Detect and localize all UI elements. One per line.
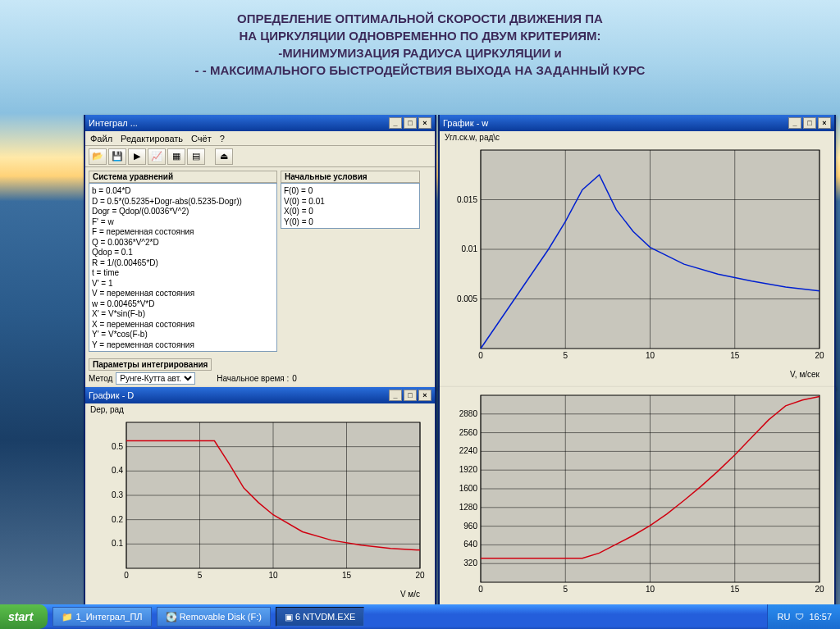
chart-r-window[interactable]: 0510152032064096012801600192022402560288… xyxy=(438,387,836,607)
t0-label: Начальное время : xyxy=(199,374,289,383)
svg-text:0: 0 xyxy=(124,571,129,580)
heading-line-4: - - МАКСИМАЛЬНОГО БЫСТРОДЕЙСТВИЯ ВЫХОДА … xyxy=(0,62,840,79)
svg-text:960: 960 xyxy=(463,522,477,531)
svg-text:2880: 2880 xyxy=(459,409,478,418)
svg-text:0.005: 0.005 xyxy=(457,294,477,303)
taskbar-item[interactable]: ▣ 6 NTVDM.EXE xyxy=(276,607,364,627)
svg-text:5: 5 xyxy=(563,351,568,360)
system-tray[interactable]: RU 🛡 16:57 xyxy=(767,604,840,629)
svg-text:15: 15 xyxy=(730,585,740,594)
chart-d-title: График - D xyxy=(89,390,387,400)
chart-w-xlabel: V, м/сек xyxy=(440,370,834,379)
tool-open-icon[interactable]: 📂 xyxy=(89,148,107,165)
task-icon: 💽 xyxy=(166,612,177,622)
svg-text:10: 10 xyxy=(268,571,278,580)
task-label: 6 NTVDM.EXE xyxy=(295,612,355,622)
chart-d-plot: 051015200.10.20.30.40.5 xyxy=(92,417,428,588)
initial-cond-textbox[interactable]: F(0) = 0 V(0) = 0.01 X(0) = 0 Y(0) = 0 xyxy=(281,183,420,229)
close-button[interactable]: × xyxy=(818,117,831,129)
taskbar-item[interactable]: 💽 Removable Disk (F:) xyxy=(157,607,271,627)
equation-area: Система уравнений b = 0.04*D D = 0.5*(0.… xyxy=(85,167,435,355)
maximize-button[interactable]: □ xyxy=(803,117,816,129)
equations-label: Система уравнений xyxy=(89,171,277,183)
tool-save-icon[interactable]: 💾 xyxy=(108,148,126,165)
chart-d-ylabel: Dер, рад xyxy=(85,403,435,416)
tool-exit-icon[interactable]: ⏏ xyxy=(215,148,233,165)
chart-w-window[interactable]: График - w _ □ × Угл.ск.w, рад\с 0510152… xyxy=(438,115,836,390)
svg-text:20: 20 xyxy=(815,351,824,360)
menu-calc[interactable]: Счёт xyxy=(191,134,212,144)
svg-text:10: 10 xyxy=(646,351,655,360)
svg-text:20: 20 xyxy=(815,585,824,594)
clock: 16:57 xyxy=(809,612,832,622)
taskbar-item[interactable]: 📁 1_Интеграл_ПЛ xyxy=(52,607,151,627)
chart-w-title: График - w xyxy=(443,118,787,128)
start-button[interactable]: start xyxy=(0,604,48,629)
method-label: Метод xyxy=(89,374,112,383)
integral-titlebar[interactable]: Интеграл ... _ □ × xyxy=(85,115,435,131)
maximize-button[interactable]: □ xyxy=(404,390,417,401)
svg-text:5: 5 xyxy=(198,571,203,580)
minimize-button[interactable]: _ xyxy=(788,117,801,129)
start-label: start xyxy=(8,610,33,623)
chart-w-plot: 051015200.0050.010.015 xyxy=(446,145,828,368)
svg-text:2240: 2240 xyxy=(459,446,478,455)
svg-text:0.01: 0.01 xyxy=(462,244,478,253)
menu-file[interactable]: Файл xyxy=(90,134,112,144)
menu-bar: Файл Редактировать Счёт ? xyxy=(85,131,435,146)
heading-line-2: НА ЦИРКУЛЯЦИИ ОДНОВРЕМЕННО ПО ДВУМ КРИТЕ… xyxy=(0,27,840,44)
svg-text:0.4: 0.4 xyxy=(112,466,123,475)
svg-text:0: 0 xyxy=(478,351,483,360)
task-label: 1_Интеграл_ПЛ xyxy=(75,612,142,622)
chart-r-plot: 0510152032064096012801600192022402560288… xyxy=(446,390,828,602)
svg-text:20: 20 xyxy=(415,571,425,580)
equations-textbox[interactable]: b = 0.04*D D = 0.5*(0.5235+Dogr-abs(0.52… xyxy=(89,183,277,352)
svg-text:640: 640 xyxy=(463,540,477,549)
svg-text:0: 0 xyxy=(478,585,483,594)
svg-text:0.3: 0.3 xyxy=(112,490,123,499)
task-label: Removable Disk (F:) xyxy=(180,612,262,622)
slide-heading: ОПРЕДЕЛЕНИЕ ОПТИМАЛЬНОЙ СКОРОСТИ ДВИЖЕНИ… xyxy=(0,0,840,79)
chart-d-window[interactable]: График - D _ □ × Dер, рад 051015200.10.2… xyxy=(84,387,436,607)
svg-text:1920: 1920 xyxy=(459,465,478,474)
svg-text:0.1: 0.1 xyxy=(112,539,123,548)
svg-text:1600: 1600 xyxy=(459,484,478,493)
svg-text:320: 320 xyxy=(463,558,477,567)
params-title: Параметры интегрирования xyxy=(89,358,212,371)
toolbar: 📂 💾 ▶ 📈 ▦ ▤ ⏏ xyxy=(85,146,435,167)
svg-text:2560: 2560 xyxy=(459,428,478,437)
chart-w-ylabel: Угл.ск.w, рад\с xyxy=(440,131,834,144)
tool-grid-icon[interactable]: ▦ xyxy=(167,148,185,165)
minimize-button[interactable]: _ xyxy=(389,390,402,401)
tool-run-icon[interactable]: ▶ xyxy=(128,148,146,165)
integral-title: Интеграл ... xyxy=(89,118,387,128)
tool-table-icon[interactable]: ▤ xyxy=(187,148,205,165)
heading-line-1: ОПРЕДЕЛЕНИЕ ОПТИМАЛЬНОЙ СКОРОСТИ ДВИЖЕНИ… xyxy=(0,10,840,27)
task-icon: ▣ xyxy=(285,612,293,622)
svg-text:0.2: 0.2 xyxy=(112,515,123,524)
svg-text:5: 5 xyxy=(563,585,568,594)
minimize-button[interactable]: _ xyxy=(389,117,402,129)
svg-text:0.5: 0.5 xyxy=(112,442,123,451)
heading-line-3: -МИНИМУМИЗАЦИЯ РАДИУСА ЦИРКУЛЯЦИИ и xyxy=(0,44,840,62)
integral-window[interactable]: Интеграл ... _ □ × Файл Редактировать Сч… xyxy=(84,115,436,390)
svg-text:15: 15 xyxy=(730,351,740,360)
chart-w-titlebar[interactable]: График - w _ □ × xyxy=(440,115,834,131)
close-button[interactable]: × xyxy=(418,117,431,129)
method-select[interactable]: Рунге-Кутта авт. xyxy=(116,372,195,385)
tool-chart-icon[interactable]: 📈 xyxy=(148,148,166,165)
svg-text:1280: 1280 xyxy=(459,503,478,512)
chart-d-xlabel: V м/с xyxy=(85,590,435,599)
language-indicator[interactable]: RU xyxy=(778,612,791,622)
maximize-button[interactable]: □ xyxy=(404,117,417,129)
svg-text:15: 15 xyxy=(342,571,352,580)
task-icon: 📁 xyxy=(62,612,73,622)
svg-text:10: 10 xyxy=(646,585,655,594)
menu-help[interactable]: ? xyxy=(220,134,225,144)
chart-d-titlebar[interactable]: График - D _ □ × xyxy=(85,387,435,403)
menu-edit[interactable]: Редактировать xyxy=(121,134,183,144)
desktop-workspace: Интеграл ... _ □ × Файл Редактировать Сч… xyxy=(84,115,838,607)
tray-icon[interactable]: 🛡 xyxy=(795,612,804,622)
close-button[interactable]: × xyxy=(418,390,431,401)
svg-text:0.015: 0.015 xyxy=(457,195,477,204)
